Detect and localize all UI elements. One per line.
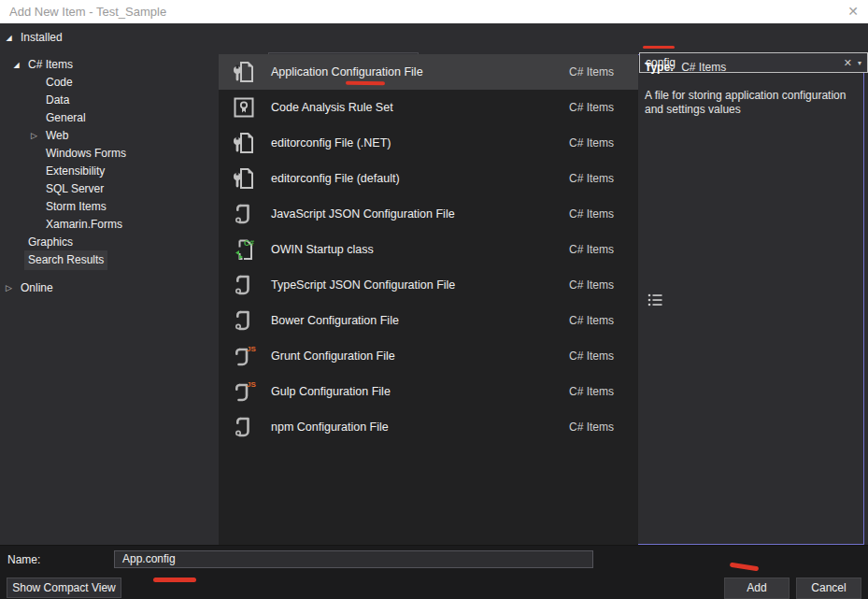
tree-item-data[interactable]: Data <box>0 92 219 109</box>
collapse-arrow-icon[interactable]: ▷ <box>4 279 14 297</box>
item-category: C# Items <box>569 314 614 327</box>
tree-label[interactable]: Windows Forms <box>42 144 130 164</box>
item-label: OWIN Startup class <box>271 243 374 256</box>
item-category: C# Items <box>569 278 614 292</box>
json-scroll-icon <box>231 307 257 334</box>
tree-item-sql-server[interactable]: SQL Server <box>0 180 219 198</box>
annotation-search-underline <box>643 46 675 49</box>
item-category: C# Items <box>569 136 614 150</box>
window-title: Add New Item - Test_Sample <box>9 5 166 19</box>
dialog-body: ◢Installed ◢C# Items Code Data General ▷… <box>0 23 868 545</box>
tree-label[interactable]: Extensibility <box>42 162 108 181</box>
list-item[interactable]: Code Analysis Rule Set C# Items <box>219 90 638 125</box>
tree-label[interactable]: Online <box>17 278 57 298</box>
tree-item-extensibility[interactable]: Extensibility <box>0 163 219 180</box>
item-category: C# Items <box>569 243 614 256</box>
wrench-file-icon <box>231 59 257 85</box>
annotation-configuration-underline <box>346 81 385 86</box>
tree-label[interactable]: Xamarin.Forms <box>42 215 126 235</box>
name-label: Name: <box>7 553 40 566</box>
json-scroll-icon <box>231 201 257 227</box>
list-item[interactable]: editorconfig File (default) C# Items <box>219 161 638 196</box>
item-label: Gulp Configuration File <box>271 385 391 398</box>
type-value: C# Items <box>681 61 726 74</box>
tree-item-storm-items[interactable]: Storm Items <box>0 198 219 216</box>
item-label: editorconfig File (default) <box>271 172 400 185</box>
collapse-arrow-icon[interactable]: ▷ <box>29 127 39 145</box>
list-view-icon <box>647 293 662 307</box>
tree-item-online[interactable]: ▷Online <box>0 279 219 297</box>
tree-label[interactable]: C# Items <box>24 55 77 75</box>
tree-label[interactable]: Installed <box>17 28 66 48</box>
tree-item-xamarin-forms[interactable]: Xamarin.Forms <box>0 216 219 234</box>
item-category: C# Items <box>569 385 614 398</box>
rule-set-icon <box>231 94 257 121</box>
item-details-panel: Type:C# Items A file for storing applica… <box>645 61 863 117</box>
close-icon[interactable]: ✕ <box>845 3 861 20</box>
tree-label[interactable]: Code <box>42 73 77 93</box>
tree-label[interactable]: Web <box>42 126 72 146</box>
list-item[interactable]: editorconfig File (.NET) C# Items <box>219 125 638 161</box>
item-label: npm Configuration File <box>271 421 389 434</box>
list-item[interactable]: Bower Configuration File C# Items <box>219 303 638 338</box>
dialog-footer: Name: App.config Show Compact View Add C… <box>0 545 868 599</box>
item-label: JavaScript JSON Configuration File <box>271 207 455 221</box>
tree-item-general[interactable]: General <box>0 109 219 127</box>
list-item[interactable]: Grunt Configuration File C# Items <box>219 338 638 374</box>
item-label: editorconfig File (.NET) <box>271 136 391 150</box>
item-label: TypeScript JSON Configuration File <box>271 278 455 292</box>
tree-label[interactable]: General <box>42 108 90 128</box>
tree-label[interactable]: Search Results <box>24 250 107 270</box>
list-item[interactable]: Application Configuration File C# Items <box>219 54 638 90</box>
tree-label[interactable]: SQL Server <box>42 179 107 199</box>
item-label: Application Configuration File <box>271 65 423 78</box>
wrench-file-icon <box>231 165 257 192</box>
show-compact-view-button[interactable]: Show Compact View <box>7 578 121 598</box>
tree-item-search-results[interactable]: Search Results <box>0 251 219 269</box>
tree-label[interactable]: Graphics <box>24 233 77 252</box>
wrench-file-icon <box>231 130 257 156</box>
list-item[interactable]: OWIN Startup class C# Items <box>219 232 638 267</box>
item-category: C# Items <box>569 349 614 363</box>
item-description: A file for storing application configura… <box>645 89 863 117</box>
tree-item-csharp-items[interactable]: ◢C# Items <box>0 56 219 74</box>
item-label: Code Analysis Rule Set <box>271 101 393 114</box>
item-category: C# Items <box>569 101 614 114</box>
item-category: C# Items <box>569 207 614 221</box>
expand-arrow-icon[interactable]: ◢ <box>4 29 14 47</box>
item-label: Grunt Configuration File <box>271 349 395 363</box>
json-scroll-icon <box>231 414 257 440</box>
tree-label[interactable]: Data <box>42 91 73 110</box>
add-button[interactable]: Add <box>724 578 790 599</box>
template-list: Application Configuration File C# Items … <box>219 54 638 545</box>
type-label: Type: <box>645 61 674 74</box>
tree-item-graphics[interactable]: Graphics <box>0 234 219 251</box>
list-item[interactable]: Gulp Configuration File C# Items <box>219 374 638 409</box>
title-bar: Add New Item - Test_Sample ✕ <box>0 0 868 23</box>
item-category: C# Items <box>569 172 614 185</box>
tree-item-web[interactable]: ▷Web <box>0 127 219 145</box>
annotation-name-underline <box>153 578 196 582</box>
tree-item-installed[interactable]: ◢Installed <box>0 29 219 47</box>
csharp-class-icon <box>231 236 257 263</box>
name-input[interactable]: App.config <box>114 550 593 568</box>
item-category: C# Items <box>569 65 614 78</box>
list-item[interactable]: TypeScript JSON Configuration File C# It… <box>219 267 638 303</box>
item-category: C# Items <box>569 421 614 434</box>
json-js-icon <box>231 378 257 405</box>
expand-arrow-icon[interactable]: ◢ <box>11 56 21 74</box>
tree-item-windows-forms[interactable]: Windows Forms <box>0 145 219 163</box>
list-item[interactable]: JavaScript JSON Configuration File C# It… <box>219 196 638 232</box>
item-label: Bower Configuration File <box>271 314 399 327</box>
json-js-icon <box>231 343 257 369</box>
json-scroll-icon <box>231 272 257 298</box>
list-item[interactable]: npm Configuration File C# Items <box>219 409 638 445</box>
tree-item-code[interactable]: Code <box>0 74 219 92</box>
cancel-button[interactable]: Cancel <box>796 578 861 599</box>
tree-label[interactable]: Storm Items <box>42 197 110 217</box>
category-tree: ◢Installed ◢C# Items Code Data General ▷… <box>0 23 219 545</box>
